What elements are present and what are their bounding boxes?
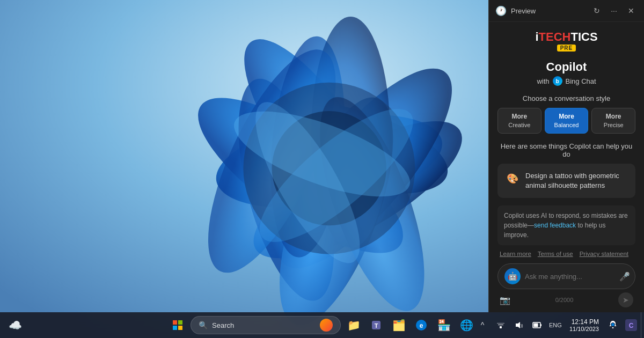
- show-desktop-button[interactable]: [641, 312, 644, 338]
- chat-input-row: 🤖 🎤: [497, 263, 635, 289]
- send-feedback-link[interactable]: send feedback: [534, 222, 576, 229]
- microphone-button[interactable]: 🎤: [619, 271, 630, 282]
- svg-rect-21: [178, 326, 182, 330]
- precise-bot-label: Precise: [604, 121, 624, 129]
- footer-links: Learn more Terms of use Privacy statemen…: [497, 251, 635, 257]
- ms-store-icon[interactable]: 🏪: [433, 314, 455, 336]
- taskbar-apps: 📁 T 🗂️ e 🏪 🌐: [343, 314, 477, 336]
- teams-icon[interactable]: T: [365, 314, 387, 336]
- edge-icon[interactable]: e: [411, 314, 432, 336]
- panel-controls: ↻ ··· ✕: [590, 4, 638, 17]
- search-icon: 🔍: [199, 321, 208, 329]
- search-bar[interactable]: 🔍 Search: [191, 316, 341, 334]
- svg-rect-20: [173, 326, 177, 330]
- clock-date: 11/10/2023: [569, 326, 599, 332]
- copilot-taskbar-icon[interactable]: C: [623, 317, 640, 334]
- suggestion-card[interactable]: 🎨 Design a tattoo with geometric animal …: [497, 164, 635, 198]
- search-avatar: [320, 319, 333, 332]
- style-section-label: Choose a conversation style: [523, 94, 610, 102]
- refresh-button[interactable]: ↻: [590, 4, 603, 17]
- history-icon[interactable]: 🕐: [495, 5, 507, 17]
- learn-more-link[interactable]: Learn more: [500, 251, 531, 257]
- svg-rect-28: [497, 323, 504, 324]
- battery-icon[interactable]: [529, 317, 546, 334]
- file-explorer-icon[interactable]: 📁: [343, 314, 364, 336]
- onedrive-icon[interactable]: ☁️: [4, 314, 26, 336]
- svg-rect-27: [498, 325, 503, 325]
- style-balanced-button[interactable]: More Balanced: [545, 108, 589, 134]
- suggestion-text: Design a tattoo with geometric animal si…: [525, 171, 628, 190]
- copilot-avatar: 🤖: [504, 268, 521, 284]
- logo-tech: TECH: [539, 30, 571, 43]
- logo-text: iTECHTICS: [535, 31, 597, 43]
- tattoo-icon: 🎨: [505, 171, 520, 186]
- disclaimer-section: Copilot uses AI to respond, so mistakes …: [497, 205, 635, 245]
- clock-time: 12:14 PM: [572, 318, 599, 326]
- volume-icon[interactable]: )): [510, 317, 528, 334]
- chat-footer-row: 📷 0/2000 ➤: [497, 289, 635, 307]
- taskbar-right: ^ )) ENG: [474, 317, 640, 334]
- keyboard-icon[interactable]: ENG: [547, 317, 564, 334]
- svg-rect-19: [178, 320, 182, 325]
- svg-text:C: C: [629, 322, 634, 329]
- svg-text:)): )): [521, 324, 523, 328]
- chat-input-area: 🤖 🎤 📷 0/2000 ➤: [497, 263, 635, 312]
- svg-rect-18: [173, 320, 177, 325]
- svg-rect-26: [500, 326, 502, 328]
- taskbar: ☁️ 🔍 Search 📁 T 🗂️: [0, 312, 644, 338]
- things-label: Here are some things Copilot can help yo…: [497, 142, 635, 158]
- svg-rect-33: [540, 324, 541, 326]
- file-manager-icon[interactable]: 🗂️: [388, 314, 409, 336]
- precise-top-label: More: [606, 113, 621, 121]
- taskbar-center: 🔍 Search 📁 T 🗂️ e 🏪 🌐: [167, 314, 477, 336]
- balanced-top-label: More: [559, 113, 574, 121]
- tray-area: ^ )) ENG: [474, 317, 564, 334]
- creative-bot-label: Creative: [508, 121, 530, 129]
- notification-icon[interactable]: [604, 317, 621, 334]
- creative-top-label: More: [512, 113, 528, 121]
- scan-button[interactable]: 📷: [500, 295, 510, 305]
- terms-link[interactable]: Terms of use: [538, 251, 573, 257]
- with-bing-section: with b Bing Chat: [537, 76, 596, 86]
- copilot-panel: 🕐 Preview ↻ ··· ✕ iTECHTICS PRE Copilot …: [488, 0, 644, 312]
- clock[interactable]: 12:14 PM 11/10/2023: [565, 318, 603, 332]
- privacy-link[interactable]: Privacy statement: [580, 251, 628, 257]
- style-buttons: More Creative More Balanced More Precise: [497, 108, 635, 134]
- network-icon[interactable]: [492, 317, 509, 334]
- start-button[interactable]: [167, 314, 188, 336]
- bing-chat-label: Bing Chat: [566, 77, 596, 85]
- edge2-icon[interactable]: 🌐: [456, 314, 477, 336]
- bing-icon: b: [553, 76, 562, 86]
- brand-logo: iTECHTICS PRE: [535, 31, 597, 52]
- chat-input-field[interactable]: [525, 273, 615, 281]
- logo-badge: PRE: [557, 45, 576, 52]
- more-options-button[interactable]: ···: [608, 4, 620, 17]
- with-prefix: with: [537, 77, 549, 85]
- panel-content: iTECHTICS PRE Copilot with b Bing Chat C…: [489, 22, 644, 312]
- panel-title: Preview: [511, 7, 590, 15]
- notification-bell: [609, 320, 617, 330]
- search-text: Search: [212, 321, 234, 329]
- taskbar-left: ☁️: [4, 314, 26, 336]
- svg-rect-34: [612, 327, 614, 328]
- svg-marker-29: [516, 322, 520, 328]
- svg-text:T: T: [375, 322, 378, 329]
- panel-titlebar: 🕐 Preview ↻ ··· ✕: [489, 0, 644, 22]
- balanced-bot-label: Balanced: [554, 121, 579, 129]
- char-count: 0/2000: [555, 297, 574, 303]
- close-button[interactable]: ✕: [625, 4, 638, 17]
- svg-text:e: e: [420, 322, 423, 329]
- style-creative-button[interactable]: More Creative: [497, 108, 541, 134]
- style-precise-button[interactable]: More Precise: [591, 108, 635, 134]
- svg-rect-32: [533, 324, 538, 327]
- copilot-heading: Copilot: [546, 60, 587, 74]
- send-button[interactable]: ➤: [618, 292, 633, 307]
- logo-tics: TICS: [570, 30, 597, 43]
- notification-badge: [611, 322, 615, 327]
